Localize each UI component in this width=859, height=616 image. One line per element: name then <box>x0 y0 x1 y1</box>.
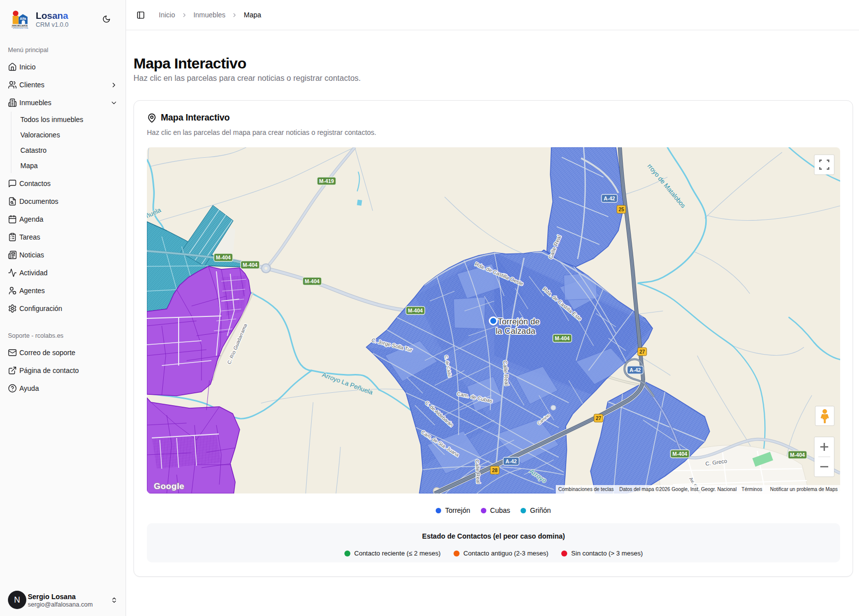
svg-text:Términos: Términos <box>741 487 762 492</box>
svg-text:la Calzada: la Calzada <box>496 326 536 335</box>
svg-text:M-419: M-419 <box>319 178 334 184</box>
svg-text:alfalosana.com: alfalosana.com <box>13 27 28 29</box>
svg-text:A-42: A-42 <box>604 195 615 201</box>
svg-text:M-404: M-404 <box>243 262 258 268</box>
svg-text:Datos del mapa ©2026 Google, I: Datos del mapa ©2026 Google, Inst. Geogr… <box>619 487 736 492</box>
svg-text:Alfa: Alfa <box>20 17 26 20</box>
svg-text:M-404: M-404 <box>672 451 687 457</box>
svg-text:Torrejón de: Torrejón de <box>498 317 540 326</box>
svg-text:28: 28 <box>492 468 498 473</box>
svg-text:A-42: A-42 <box>506 458 517 464</box>
svg-text:Google: Google <box>154 482 185 491</box>
svg-text:M-404: M-404 <box>216 254 231 260</box>
svg-text:A-42: A-42 <box>630 367 641 373</box>
svg-text:M-404: M-404 <box>305 278 320 284</box>
svg-text:Notificar un problema de Maps: Notificar un problema de Maps <box>770 487 838 492</box>
svg-text:27: 27 <box>639 349 645 355</box>
svg-text:Calle Real: Calle Real <box>474 459 482 484</box>
svg-text:INMOBILIARIA: INMOBILIARIA <box>12 24 28 27</box>
svg-text:25: 25 <box>618 207 624 212</box>
svg-text:M-404: M-404 <box>555 335 570 341</box>
svg-text:M-404: M-404 <box>790 452 805 458</box>
svg-text:27: 27 <box>595 416 601 421</box>
svg-text:Combinaciones de teclas: Combinaciones de teclas <box>558 487 614 492</box>
svg-text:M-404: M-404 <box>408 308 423 313</box>
